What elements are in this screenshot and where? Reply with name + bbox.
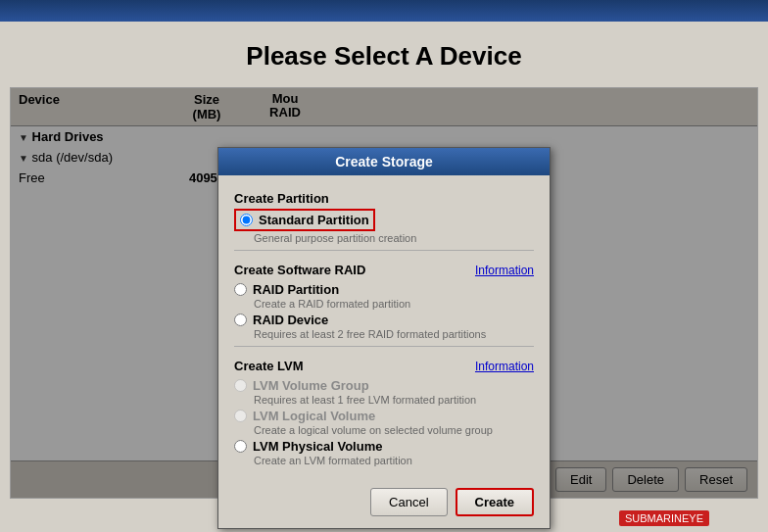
page-title: Please Select A Device xyxy=(0,41,768,72)
lvm-logical-volume-label: LVM Logical Volume xyxy=(253,409,375,423)
standard-partition-row[interactable]: Standard Partition xyxy=(234,209,534,231)
lvm-volume-group-desc: Requires at least 1 free LVM formated pa… xyxy=(254,394,534,406)
create-storage-modal: Create Storage Create Partition Standard… xyxy=(217,147,551,529)
divider-2 xyxy=(234,346,534,347)
lvm-physical-volume-row[interactable]: LVM Physical Volume xyxy=(234,439,534,454)
raid-device-radio[interactable] xyxy=(234,314,247,326)
page-title-area: Please Select A Device xyxy=(0,22,768,87)
divider-1 xyxy=(234,250,534,251)
standard-partition-highlight: Standard Partition xyxy=(234,209,375,231)
standard-partition-label: Standard Partition xyxy=(259,213,369,227)
lvm-section-header: Create LVM Information xyxy=(234,353,534,375)
lvm-physical-volume-radio[interactable] xyxy=(234,440,247,453)
create-partition-section-label: Create Partition xyxy=(234,191,534,206)
raid-partition-row[interactable]: RAID Partition xyxy=(234,282,534,297)
lvm-logical-volume-desc: Create a logical volume on selected volu… xyxy=(254,424,534,436)
lvm-info-link[interactable]: Information xyxy=(475,360,534,373)
raid-partition-label: RAID Partition xyxy=(253,282,339,297)
modal-footer: Cancel Create xyxy=(218,480,550,528)
watermark: SUBMARINEYE xyxy=(619,510,709,526)
raid-device-row[interactable]: RAID Device xyxy=(234,313,534,327)
top-bar xyxy=(0,0,768,22)
lvm-physical-volume-label: LVM Physical Volume xyxy=(253,439,382,454)
modal-title: Create Storage xyxy=(218,148,550,175)
raid-device-label: RAID Device xyxy=(253,313,328,327)
modal-body: Create Partition Standard Partition Gene… xyxy=(218,175,550,480)
lvm-volume-group-label: LVM Volume Group xyxy=(253,378,369,393)
raid-partition-radio[interactable] xyxy=(234,283,247,296)
raid-partition-desc: Create a RAID formated partition xyxy=(254,298,534,310)
lvm-physical-volume-desc: Create an LVM formated partition xyxy=(254,455,534,466)
standard-partition-desc: General purpose partition creation xyxy=(254,232,534,244)
raid-device-desc: Requires at least 2 free RAID formated p… xyxy=(254,328,534,340)
raid-info-link[interactable]: Information xyxy=(475,264,534,277)
lvm-volume-group-row[interactable]: LVM Volume Group xyxy=(234,378,534,393)
create-button[interactable]: Create xyxy=(456,488,534,516)
create-lvm-section-label: Create LVM xyxy=(234,359,304,373)
modal-overlay: Create Storage Create Partition Standard… xyxy=(11,88,757,498)
standard-partition-radio[interactable] xyxy=(240,214,253,226)
main-content: Device Size(MB) MouRAID ▼ Hard Drives ▼ … xyxy=(10,87,758,499)
cancel-button[interactable]: Cancel xyxy=(370,488,447,516)
lvm-logical-volume-row[interactable]: LVM Logical Volume xyxy=(234,409,534,423)
create-raid-section-label: Create Software RAID xyxy=(234,263,365,277)
lvm-volume-group-radio xyxy=(234,379,247,392)
raid-section-header: Create Software RAID Information xyxy=(234,257,534,279)
lvm-logical-volume-radio xyxy=(234,410,247,422)
